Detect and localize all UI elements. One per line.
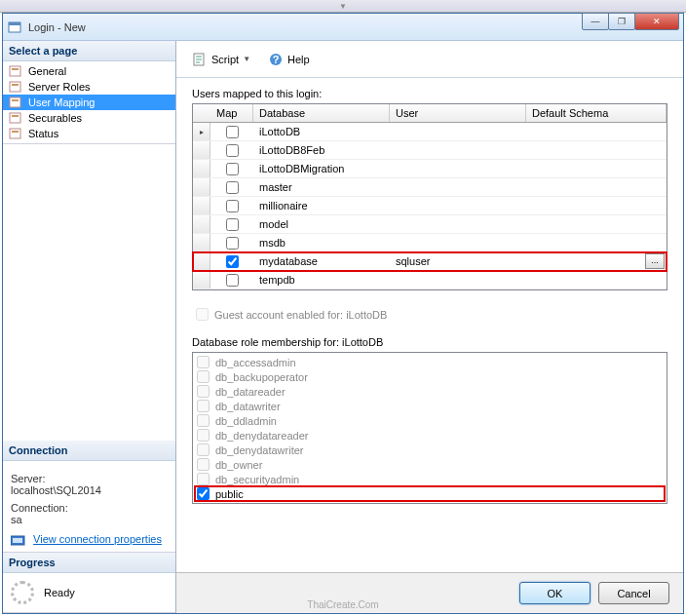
- row-header[interactable]: [193, 252, 210, 270]
- role-checkbox: [197, 414, 210, 427]
- close-button[interactable]: ✕: [634, 13, 679, 30]
- connection-header: Connection: [3, 441, 175, 461]
- col-default-schema[interactable]: Default Schema: [526, 104, 667, 122]
- role-label: db_owner: [215, 459, 262, 471]
- sidebar-page-securables[interactable]: Securables: [3, 110, 175, 126]
- table-row[interactable]: master: [193, 178, 667, 197]
- cell-default-schema[interactable]: ...: [526, 252, 667, 270]
- page-list: GeneralServer RolesUser MappingSecurable…: [3, 61, 175, 143]
- table-row[interactable]: millionaire: [193, 197, 667, 215]
- cell-database[interactable]: msdb: [253, 234, 390, 251]
- script-icon: [192, 52, 208, 67]
- sidebar-page-status[interactable]: Status: [3, 126, 175, 141]
- watermark: ThaiCreate.Com: [307, 599, 378, 610]
- role-checkbox: [197, 458, 210, 471]
- sidebar-page-general[interactable]: General: [3, 63, 175, 79]
- cell-default-schema[interactable]: [526, 197, 667, 214]
- users-mapped-grid[interactable]: Map Database User Default Schema ▸ iLott…: [192, 103, 667, 290]
- cell-default-schema[interactable]: [526, 141, 667, 159]
- map-checkbox[interactable]: [226, 237, 239, 250]
- cell-database[interactable]: tempdb: [253, 271, 390, 289]
- cell-user[interactable]: sqluser: [390, 252, 526, 270]
- cell-user[interactable]: [390, 178, 526, 196]
- col-map[interactable]: Map: [210, 104, 253, 122]
- cell-user[interactable]: [390, 271, 526, 289]
- connection-properties-icon: [11, 534, 26, 546]
- help-button[interactable]: ? Help: [262, 50, 316, 69]
- role-label: db_datawriter: [215, 401, 281, 412]
- role-checkbox: [197, 385, 210, 398]
- cell-default-schema[interactable]: [526, 271, 667, 289]
- guest-account-checkbox-row: Guest account enabled for: iLottoDB: [196, 308, 667, 321]
- script-button[interactable]: Script ▼: [186, 50, 256, 69]
- page-icon: [9, 111, 24, 125]
- row-header[interactable]: [193, 234, 210, 251]
- cell-database[interactable]: master: [253, 178, 390, 196]
- role-item-db_datawriter: db_datawriter: [195, 399, 665, 413]
- cell-user[interactable]: [390, 234, 526, 251]
- sidebar-page-server-roles[interactable]: Server Roles: [3, 79, 175, 95]
- cell-database[interactable]: iLottoDB8Feb: [253, 141, 390, 159]
- table-row[interactable]: iLottoDBMigration: [193, 160, 667, 178]
- cell-database[interactable]: millionaire: [253, 197, 390, 214]
- row-header[interactable]: [193, 178, 210, 196]
- row-header[interactable]: [193, 271, 210, 289]
- role-checkbox: [197, 443, 210, 456]
- map-checkbox[interactable]: [226, 163, 239, 175]
- table-row[interactable]: mydatabase sqluser ...: [193, 252, 667, 271]
- map-checkbox[interactable]: [226, 218, 239, 231]
- svg-rect-5: [12, 84, 19, 86]
- cell-default-schema[interactable]: [526, 123, 667, 140]
- col-database[interactable]: Database: [253, 104, 390, 122]
- cell-user[interactable]: [390, 123, 526, 140]
- cell-user[interactable]: [390, 160, 526, 177]
- cell-user[interactable]: [390, 197, 526, 214]
- ok-button[interactable]: OK: [519, 582, 591, 604]
- row-header[interactable]: [193, 215, 210, 233]
- table-row[interactable]: ▸ iLottoDB: [193, 123, 667, 141]
- progress-status: Ready: [44, 587, 75, 598]
- cell-default-schema[interactable]: [526, 234, 667, 251]
- map-checkbox[interactable]: [226, 144, 239, 157]
- cell-default-schema[interactable]: [526, 160, 667, 177]
- map-checkbox[interactable]: [226, 274, 239, 287]
- cell-database[interactable]: iLottoDB: [253, 123, 390, 140]
- cell-user[interactable]: [390, 215, 526, 233]
- map-checkbox[interactable]: [226, 255, 239, 268]
- col-user[interactable]: User: [390, 104, 526, 122]
- cancel-button[interactable]: Cancel: [598, 582, 669, 604]
- role-item-public[interactable]: public: [195, 486, 665, 501]
- svg-rect-11: [12, 131, 19, 133]
- maximize-button[interactable]: ❐: [608, 13, 635, 30]
- page-icon: [9, 96, 24, 109]
- table-row[interactable]: iLottoDB8Feb: [193, 141, 667, 160]
- map-checkbox[interactable]: [226, 200, 239, 212]
- table-row[interactable]: tempdb: [193, 271, 667, 289]
- svg-rect-10: [10, 129, 20, 138]
- cell-user[interactable]: [390, 141, 526, 159]
- cell-database[interactable]: mydatabase: [253, 252, 390, 270]
- row-header[interactable]: [193, 197, 210, 214]
- cell-database[interactable]: model: [253, 215, 390, 233]
- roles-list[interactable]: db_accessadmindb_backupoperatordb_datare…: [192, 352, 667, 504]
- row-header[interactable]: [193, 141, 210, 159]
- row-header[interactable]: ▸: [193, 123, 210, 140]
- titlebar[interactable]: Login - New — ❐ ✕: [3, 14, 683, 41]
- role-checkbox[interactable]: [197, 487, 210, 500]
- cell-default-schema[interactable]: [526, 215, 667, 233]
- table-row[interactable]: msdb: [193, 234, 667, 252]
- map-checkbox[interactable]: [226, 126, 239, 138]
- table-row[interactable]: model: [193, 215, 667, 234]
- minimize-button[interactable]: —: [582, 13, 609, 30]
- role-label: db_datareader: [215, 386, 286, 398]
- select-page-header: Select a page: [3, 41, 175, 61]
- sidebar-page-user-mapping[interactable]: User Mapping: [3, 95, 175, 110]
- row-header[interactable]: [193, 160, 210, 177]
- cell-default-schema[interactable]: [526, 178, 667, 196]
- browse-schema-button[interactable]: ...: [645, 253, 665, 269]
- role-checkbox: [197, 370, 210, 383]
- map-checkbox[interactable]: [226, 181, 239, 194]
- role-item-db_denydatareader: db_denydatareader: [195, 428, 665, 443]
- cell-database[interactable]: iLottoDBMigration: [253, 160, 390, 177]
- view-connection-properties-link[interactable]: View connection properties: [33, 533, 162, 545]
